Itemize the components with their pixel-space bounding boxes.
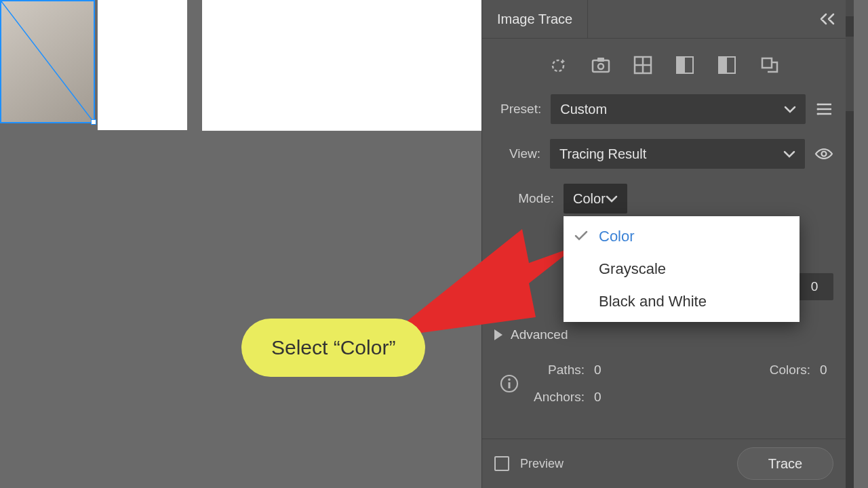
svg-line-0 xyxy=(1,1,94,122)
low-color-preset-icon[interactable] xyxy=(631,54,654,77)
svg-rect-20 xyxy=(509,382,511,388)
preset-menu-icon[interactable] xyxy=(815,102,833,116)
trace-button[interactable]: Trace xyxy=(737,447,833,480)
outline-preset-icon[interactable] xyxy=(757,54,781,77)
svg-point-16 xyxy=(816,113,818,115)
chevron-down-icon xyxy=(784,102,796,117)
mode-option-grayscale[interactable]: Grayscale xyxy=(564,253,800,285)
svg-point-4 xyxy=(598,64,604,69)
mode-option-label: Black and White xyxy=(599,293,707,310)
grayscale-preset-icon[interactable] xyxy=(673,54,696,77)
svg-point-14 xyxy=(816,104,818,106)
panel-footer: Preview Trace xyxy=(482,439,846,488)
paths-value: 0 xyxy=(594,363,608,378)
disclosure-triangle-icon xyxy=(494,329,502,340)
mode-dropdown[interactable]: Color xyxy=(564,184,627,214)
svg-point-17 xyxy=(822,152,827,157)
anchors-value: 0 xyxy=(594,390,608,405)
thumbnail-frame xyxy=(98,0,187,130)
svg-rect-2 xyxy=(593,60,609,72)
black-white-preset-icon[interactable] xyxy=(715,54,738,77)
svg-point-1 xyxy=(553,60,564,71)
svg-point-19 xyxy=(508,378,511,381)
panel-dock-edge xyxy=(846,0,854,488)
chevron-down-icon xyxy=(783,146,795,162)
checkmark-icon xyxy=(574,228,589,245)
preview-label: Preview xyxy=(520,457,564,471)
high-fidelity-preset-icon[interactable] xyxy=(589,54,612,77)
collapse-panel-button[interactable] xyxy=(812,0,846,38)
mode-option-label: Grayscale xyxy=(599,260,666,278)
view-dropdown[interactable]: Tracing Result xyxy=(550,139,805,169)
tutorial-callout-text: Select “Color” xyxy=(271,336,395,359)
trace-button-label: Trace xyxy=(768,456,802,472)
tutorial-callout: Select “Color” xyxy=(241,319,425,377)
preset-dropdown[interactable]: Custom xyxy=(551,94,806,124)
view-value: Tracing Result xyxy=(559,146,646,162)
tracing-preset-icons xyxy=(482,39,846,94)
svg-rect-9 xyxy=(677,57,685,73)
mode-dropdown-menu: Color Grayscale Black and xyxy=(564,216,800,322)
colors-count-field[interactable]: 0 xyxy=(795,273,833,300)
eye-icon[interactable] xyxy=(814,147,833,161)
panel-title: Image Trace xyxy=(497,12,572,27)
advanced-label: Advanced xyxy=(511,327,568,342)
svg-rect-3 xyxy=(597,58,604,62)
mode-label: Mode: xyxy=(494,191,554,206)
mode-value: Color xyxy=(573,191,606,207)
anchors-label: Anchors: xyxy=(534,390,585,405)
mode-option-bw[interactable]: Black and White xyxy=(564,285,800,318)
mode-option-label: Color xyxy=(599,228,635,245)
chevron-down-icon xyxy=(606,191,618,207)
selection-handle[interactable] xyxy=(91,119,96,125)
colors-count-value: 0 xyxy=(811,279,818,294)
colors-label: Colors: xyxy=(770,363,810,378)
auto-color-preset-icon[interactable] xyxy=(547,54,570,77)
preview-checkbox[interactable] xyxy=(494,456,509,471)
colors-value: 0 xyxy=(820,363,833,378)
view-label: View: xyxy=(494,146,540,161)
info-icon xyxy=(494,374,524,393)
image-trace-panel: Image Trace xyxy=(481,0,854,488)
mode-option-color[interactable]: Color xyxy=(564,220,800,253)
tab-image-trace[interactable]: Image Trace xyxy=(482,0,588,38)
selected-image-thumbnail[interactable] xyxy=(0,0,95,123)
preset-label: Preset: xyxy=(494,102,541,117)
preset-value: Custom xyxy=(560,102,607,117)
paths-label: Paths: xyxy=(534,363,585,378)
svg-point-15 xyxy=(816,108,818,110)
panel-tab-bar: Image Trace xyxy=(482,0,846,39)
